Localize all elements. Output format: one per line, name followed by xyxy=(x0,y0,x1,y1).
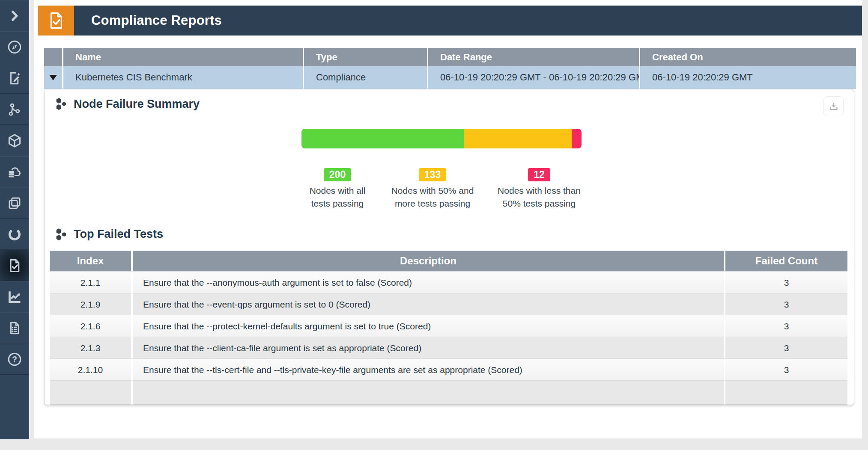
sidebar-item-registry[interactable] xyxy=(0,156,29,187)
sidebar-item-images[interactable] xyxy=(0,187,29,219)
main-content: Compliance Reports Name Type Date Range … xyxy=(34,0,862,438)
report-name: Kubernetes CIS Benchmark xyxy=(63,66,304,89)
sidebar-item-compliance[interactable] xyxy=(0,250,29,281)
sidebar-item-help[interactable]: ? xyxy=(0,343,29,375)
sidebar-item-explore[interactable] xyxy=(0,31,29,62)
reports-table-header: Name Type Date Range Created On xyxy=(44,48,856,66)
app-header: Compliance Reports xyxy=(38,6,862,36)
node-failure-summary-header: Node Failure Summary xyxy=(55,97,854,111)
test-failed-count: 3 xyxy=(725,337,847,358)
legend-value-badge: 200 xyxy=(324,168,351,181)
test-description: Ensure that the --anonymous-auth argumen… xyxy=(131,271,725,293)
doc-check-icon xyxy=(7,258,22,273)
legend-item-all-passing: 200 Nodes with all tests passing xyxy=(299,168,376,210)
top-failed-tests-table: Index Description Failed Count 2.1.1 Ens… xyxy=(50,251,847,405)
svg-text:?: ? xyxy=(12,354,17,364)
topology-branch-icon xyxy=(7,102,22,117)
legend-label: Nodes with 50% and more tests passing xyxy=(380,184,485,210)
chevron-right-icon xyxy=(8,9,21,22)
line-chart-icon xyxy=(7,289,22,305)
sidebar-item-runtime[interactable] xyxy=(0,219,29,250)
sidebar-item-topology[interactable] xyxy=(0,94,29,125)
table-row[interactable]: 2.1.1 Ensure that the --anonymous-auth a… xyxy=(50,271,847,293)
legend-value-badge: 133 xyxy=(419,168,446,181)
column-header-type[interactable]: Type xyxy=(304,48,428,66)
sidebar-item-containers[interactable] xyxy=(0,125,29,156)
test-failed-count: 3 xyxy=(725,293,847,315)
test-description: Ensure that the --event-qps argument is … xyxy=(131,293,725,315)
legend-label: Nodes with less than 50% tests passing xyxy=(489,184,589,210)
sidebar: ? xyxy=(0,0,29,439)
hexagon-cluster-icon xyxy=(55,228,68,241)
test-index: 2.1.6 xyxy=(50,315,131,337)
test-description: Ensure that the --tls-cert-file and --tl… xyxy=(131,358,725,380)
test-description: Ensure that the --client-ca-file argumen… xyxy=(131,337,725,358)
test-index: 2.1.3 xyxy=(50,337,131,358)
test-index: 2.1.10 xyxy=(50,358,131,380)
report-date-range: 06-10-19 20:20:29 GMT - 06-10-19 20:20:2… xyxy=(428,66,640,89)
report-row-expander-cell xyxy=(44,66,63,89)
chart-legend: 200 Nodes with all tests passing 133 Nod… xyxy=(299,168,854,210)
column-header-index[interactable]: Index xyxy=(50,251,131,271)
cloud-database-icon xyxy=(7,164,22,180)
top-failed-tests-header: Top Failed Tests xyxy=(55,228,854,241)
table-row[interactable]: 2.1.6 Ensure that the --protect-kernel-d… xyxy=(50,315,847,337)
refresh-icon xyxy=(7,227,22,242)
test-index: 2.1.9 xyxy=(50,293,131,315)
bar-segment-all-passing xyxy=(301,129,464,148)
compass-icon xyxy=(7,39,22,55)
help-icon: ? xyxy=(7,352,22,367)
test-failed-count: 3 xyxy=(725,271,847,293)
column-header-expander xyxy=(44,48,63,66)
column-header-failed-count[interactable]: Failed Count xyxy=(725,251,847,271)
report-type: Compliance xyxy=(304,66,428,89)
report-row[interactable]: Kubernetes CIS Benchmark Compliance 06-1… xyxy=(44,66,856,89)
header-accent-tile xyxy=(38,6,74,36)
report-created-on: 06-10-19 20:20:29 GMT xyxy=(640,66,856,89)
cube-icon xyxy=(7,133,22,148)
column-header-created-on[interactable]: Created On xyxy=(640,48,856,66)
page-title: Compliance Reports xyxy=(74,6,222,36)
report-detail-panel: Node Failure Summary 200 Nodes with all … xyxy=(44,89,854,405)
column-header-description[interactable]: Description xyxy=(131,251,725,271)
bar-segment-less-than-50 xyxy=(572,129,582,148)
table-row[interactable]: 2.1.9 Ensure that the --event-qps argume… xyxy=(50,293,847,315)
legend-value-badge: 12 xyxy=(528,168,550,181)
test-description: Ensure that the --protect-kernel-default… xyxy=(131,315,725,337)
legend-label: Nodes with all tests passing xyxy=(299,184,376,210)
sidebar-item-policies[interactable] xyxy=(0,62,29,94)
column-header-name[interactable]: Name xyxy=(63,48,304,66)
doc-checklist-icon xyxy=(7,321,22,335)
table-row-empty xyxy=(50,380,847,405)
node-failure-bar-chart xyxy=(301,129,582,148)
reports-table: Name Type Date Range Created On Kubernet… xyxy=(44,48,856,89)
sidebar-item-reports[interactable] xyxy=(0,312,29,343)
legend-item-less-than-50: 12 Nodes with less than 50% tests passin… xyxy=(489,168,589,210)
caret-down-icon[interactable] xyxy=(49,75,57,80)
test-index: 2.1.1 xyxy=(50,271,131,293)
table-row[interactable]: 2.1.3 Ensure that the --client-ca-file a… xyxy=(50,337,847,358)
section-title: Top Failed Tests xyxy=(74,228,163,241)
test-failed-count: 3 xyxy=(725,358,847,380)
legend-item-50-and-more: 133 Nodes with 50% and more tests passin… xyxy=(380,168,485,210)
download-icon xyxy=(828,101,839,112)
sidebar-item-metrics[interactable] xyxy=(0,281,29,312)
doc-check-icon xyxy=(46,11,66,30)
failed-tests-table-header: Index Description Failed Count xyxy=(50,251,847,271)
test-failed-count: 3 xyxy=(725,315,847,337)
download-button[interactable] xyxy=(823,96,844,116)
bar-segment-50-and-more xyxy=(464,129,572,148)
hexagon-cluster-icon xyxy=(55,97,68,111)
layers-icon xyxy=(7,196,22,210)
column-header-date-range[interactable]: Date Range xyxy=(428,48,640,66)
sidebar-item-expand[interactable] xyxy=(0,0,29,31)
table-row[interactable]: 2.1.10 Ensure that the --tls-cert-file a… xyxy=(50,358,847,380)
document-edit-icon xyxy=(7,71,22,86)
section-title: Node Failure Summary xyxy=(74,98,200,111)
